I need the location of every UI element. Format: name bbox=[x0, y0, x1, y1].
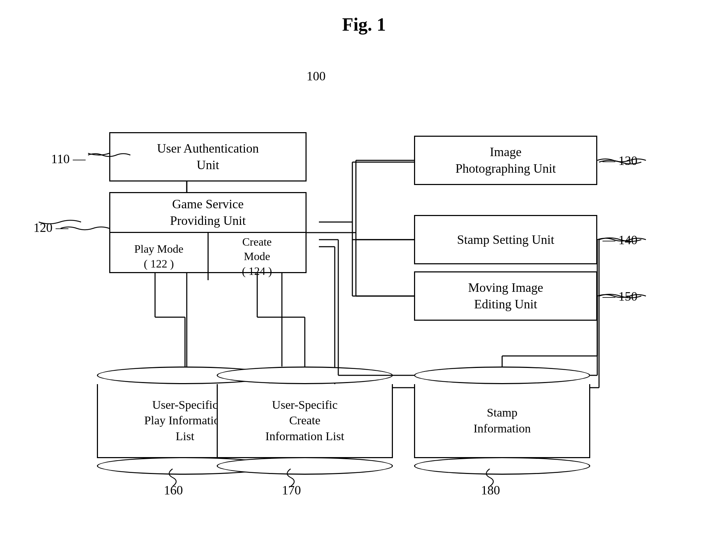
user-authentication-box: User Authentication Unit bbox=[109, 132, 307, 181]
ref-120: 120 — bbox=[33, 220, 68, 235]
ref-150: — 150 bbox=[603, 289, 637, 304]
image-photographing-box: Image Photographing Unit bbox=[414, 136, 597, 185]
moving-image-box: Moving Image Editing Unit bbox=[414, 271, 597, 321]
ref-140: — 140 bbox=[603, 233, 637, 247]
game-service-box: Game Service Providing Unit Play Mode ( … bbox=[109, 192, 307, 273]
stamp-setting-box: Stamp Setting Unit bbox=[414, 215, 597, 264]
figure-title: Fig. 1 bbox=[342, 14, 386, 35]
create-info-cylinder: User-Specific Create Information List bbox=[217, 367, 393, 475]
ref-130: — 130 bbox=[603, 153, 637, 168]
ref-110: 110 — bbox=[51, 152, 86, 166]
stamp-info-cylinder: Stamp Information bbox=[414, 367, 590, 475]
label-100: 100 bbox=[307, 69, 326, 84]
